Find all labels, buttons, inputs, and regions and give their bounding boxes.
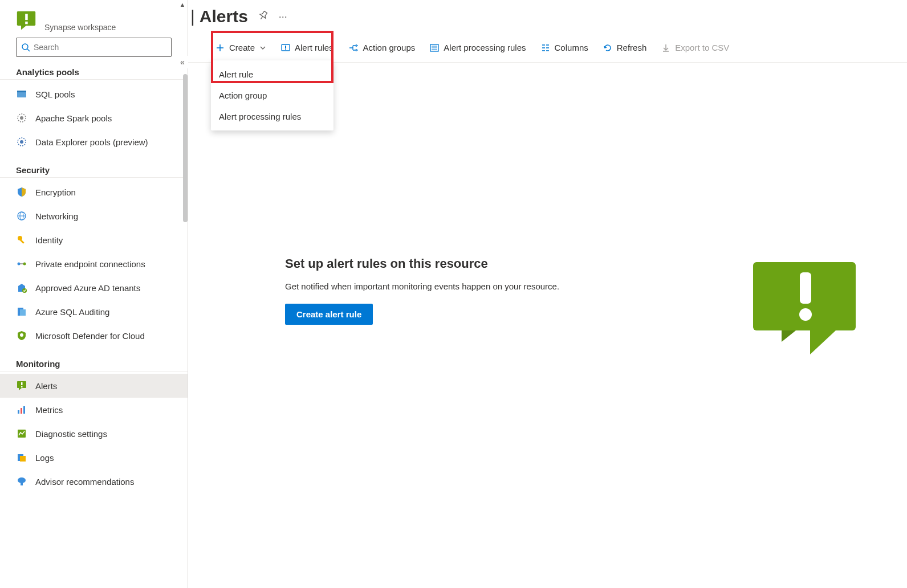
svg-rect-31 [20, 456, 26, 462]
pin-button[interactable] [258, 10, 269, 23]
svg-point-14 [18, 236, 22, 240]
sidebar-item-label: SQL pools [35, 89, 75, 99]
sidebar-header: Synapse workspace [0, 6, 188, 38]
sidebar-item-label: Azure SQL Auditing [35, 307, 109, 317]
sql-pools-icon [16, 88, 27, 100]
processing-rules-icon [430, 43, 439, 52]
sidebar: ▲ Synapse workspace « [0, 0, 188, 588]
svg-rect-28 [23, 406, 25, 414]
svg-rect-1 [25, 14, 28, 20]
main-content: | Alerts ··· Create Alert rules Action g… [188, 0, 907, 588]
download-icon [661, 43, 670, 52]
create-button[interactable]: Create [215, 33, 266, 62]
page-header: | Alerts ··· [188, 0, 907, 33]
alerts-logo-icon [16, 10, 36, 31]
search-field[interactable] [34, 43, 166, 52]
columns-icon [541, 43, 550, 52]
sidebar-item-label: Networking [35, 211, 78, 221]
sidebar-item-spark-pools[interactable]: Apache Spark pools [0, 106, 188, 130]
refresh-icon [603, 43, 612, 52]
svg-point-22 [20, 333, 23, 337]
sidebar-item-metrics[interactable]: Metrics [0, 398, 188, 422]
search-input[interactable] [16, 38, 172, 57]
empty-state: Set up alert rules on this resource Get … [285, 256, 861, 359]
create-dropdown: Alert rule Action group Alert processing… [211, 60, 333, 130]
workspace-subtitle: Synapse workspace [44, 23, 116, 32]
svg-rect-24 [21, 382, 23, 385]
sidebar-item-label: Alerts [35, 381, 57, 391]
search-icon [21, 43, 30, 52]
create-label: Create [229, 43, 255, 52]
alert-processing-rules-button[interactable]: Alert processing rules [430, 33, 526, 62]
toolbar: Create Alert rules Action groups Alert p… [188, 33, 907, 63]
svg-rect-52 [800, 272, 811, 304]
spark-pools-icon [16, 112, 27, 124]
action-groups-button[interactable]: Action groups [348, 33, 416, 62]
defender-icon [16, 330, 27, 341]
create-processing-rules-option[interactable]: Alert processing rules [211, 106, 333, 127]
sidebar-item-label: Diagnostic settings [35, 429, 107, 439]
chevron-down-icon [259, 44, 266, 51]
sidebar-item-logs[interactable]: Logs [0, 446, 188, 469]
shield-icon [16, 186, 27, 198]
data-explorer-icon [16, 136, 27, 148]
svg-point-16 [18, 263, 21, 266]
svg-rect-26 [18, 410, 19, 414]
empty-body: Get notified when important monitoring e… [285, 281, 559, 291]
sidebar-item-identity[interactable]: Identity [0, 228, 188, 252]
collapse-sidebar-button[interactable]: « [176, 56, 189, 68]
refresh-label: Refresh [617, 43, 647, 52]
scrollbar-thumb[interactable] [183, 74, 188, 222]
globe-icon [16, 210, 27, 222]
alert-rules-icon [281, 43, 290, 52]
sidebar-item-label: Microsoft Defender for Cloud [35, 331, 145, 341]
svg-point-17 [23, 263, 26, 266]
breadcrumb-separator: | [190, 7, 195, 26]
endpoint-icon [16, 258, 27, 270]
sidebar-item-label: Approved Azure AD tenants [35, 283, 140, 293]
sidebar-item-sql-pools[interactable]: SQL pools [0, 82, 188, 106]
sidebar-item-alerts[interactable]: Alerts [0, 374, 188, 398]
page-title: Alerts [200, 7, 248, 26]
alert-rules-button[interactable]: Alert rules [281, 33, 333, 62]
sidebar-item-label: Logs [35, 453, 54, 463]
export-csv-label: Export to CSV [675, 43, 729, 52]
sidebar-item-data-explorer-pools[interactable]: Data Explorer pools (preview) [0, 130, 188, 154]
svg-point-32 [18, 477, 26, 483]
svg-rect-2 [25, 22, 28, 24]
plus-icon [215, 43, 225, 52]
svg-point-3 [22, 44, 28, 50]
svg-rect-27 [21, 408, 22, 414]
sidebar-item-diagnostic-settings[interactable]: Diagnostic settings [0, 422, 188, 446]
empty-heading: Set up alert rules on this resource [285, 256, 559, 271]
action-groups-label: Action groups [363, 43, 416, 52]
sidebar-item-advisor[interactable]: Advisor recommendations [0, 469, 188, 493]
key-icon [16, 234, 27, 246]
sidebar-item-label: Metrics [35, 405, 63, 415]
svg-rect-25 [21, 386, 23, 388]
refresh-button[interactable]: Refresh [603, 33, 647, 62]
sidebar-item-label: Advisor recommendations [35, 477, 134, 487]
sidebar-item-sql-auditing[interactable]: Azure SQL Auditing [0, 300, 188, 324]
svg-point-10 [20, 140, 23, 144]
sidebar-item-private-endpoint[interactable]: Private endpoint connections [0, 252, 188, 276]
svg-rect-33 [21, 483, 23, 485]
more-button[interactable]: ··· [279, 11, 287, 23]
columns-button[interactable]: Columns [541, 33, 588, 62]
svg-rect-15 [20, 239, 25, 244]
sidebar-item-label: Identity [35, 235, 63, 245]
svg-rect-6 [17, 91, 26, 92]
sidebar-item-label: Encryption [35, 187, 76, 197]
create-action-group-option[interactable]: Action group [211, 85, 333, 106]
sidebar-item-defender[interactable]: Microsoft Defender for Cloud [0, 324, 188, 348]
create-alert-rule-option[interactable]: Alert rule [211, 64, 333, 85]
sidebar-item-encryption[interactable]: Encryption [0, 180, 188, 204]
sidebar-item-approved-tenants[interactable]: Approved Azure AD tenants [0, 276, 188, 300]
sidebar-item-networking[interactable]: Networking [0, 204, 188, 228]
alerts-icon [16, 380, 27, 391]
alert-illustration-icon [747, 256, 861, 359]
auditing-icon [16, 306, 27, 317]
logs-icon [16, 452, 27, 463]
sidebar-item-label: Data Explorer pools (preview) [35, 137, 148, 147]
create-alert-rule-button[interactable]: Create alert rule [285, 304, 373, 325]
